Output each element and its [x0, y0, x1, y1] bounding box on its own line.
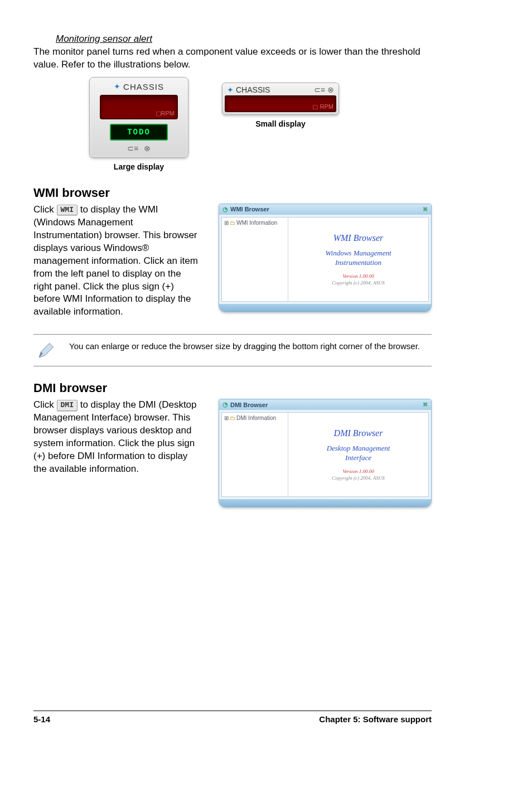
- content-title: DMI Browser: [334, 428, 383, 438]
- wmi-button[interactable]: WMI: [57, 205, 78, 216]
- dmi-window-title: DMI Browser: [230, 402, 268, 408]
- tree-root-label: WMI Information: [236, 220, 277, 226]
- version-text: Version 1.00.00: [342, 273, 374, 279]
- version-text: Version 1.00.00: [342, 468, 374, 474]
- pencil-note-icon: [33, 340, 58, 360]
- copyright-text: Copyright (c) 2004, ASUS: [332, 475, 384, 481]
- window-icon: ◔: [223, 206, 228, 213]
- small-caption: Small display: [255, 119, 305, 128]
- close-icon[interactable]: ✖: [423, 401, 428, 408]
- dmi-browser-window: ◔ DMI Browser ✖ ⊞ 🗀 DMI Information DMI …: [219, 399, 432, 508]
- chapter-label: Chapter 5: Software support: [319, 714, 432, 724]
- expand-icon[interactable]: ⊞: [224, 415, 229, 421]
- chassis-gauge-large: ✦ CHASSIS ▢RPM TODO ⊂≡ ⊗: [89, 77, 188, 158]
- content-sub-line1: Desktop Management: [327, 444, 390, 452]
- window-icon: ◔: [223, 401, 228, 408]
- expand-icon[interactable]: ⊞: [224, 220, 229, 226]
- large-caption: Large display: [114, 162, 164, 171]
- copyright-text: Copyright (c) 2004, ASUS: [332, 280, 384, 286]
- dmi-tree-panel[interactable]: ⊞ 🗀 DMI Information: [222, 413, 288, 496]
- rpm-unit-large: ▢RPM: [156, 110, 175, 117]
- folder-icon: 🗀: [230, 415, 235, 421]
- tree-root-label: DMI Information: [236, 415, 276, 421]
- subsection-heading: Monitoring sensor alert: [56, 33, 432, 45]
- wmi-content-panel: WMI Browser Windows Management Instrumen…: [288, 218, 428, 301]
- gauge-readout: TODO: [110, 124, 168, 141]
- dmi-content-panel: DMI Browser Desktop Management Interface…: [288, 413, 428, 496]
- page-number: 5-14: [33, 714, 50, 724]
- wmi-paragraph: Click WMI to display the WMI (Windows Ma…: [33, 204, 202, 318]
- link-icon: ⊂≡: [314, 85, 325, 94]
- fan-icon: ✦: [114, 82, 121, 91]
- wmi-tree-panel[interactable]: ⊞ 🗀 WMI Information: [222, 218, 288, 301]
- resize-handle[interactable]: [219, 304, 431, 312]
- content-title: WMI Browser: [333, 233, 384, 243]
- dmi-button[interactable]: DMI: [57, 400, 78, 411]
- gauge-small-label: CHASSIS: [236, 85, 270, 94]
- chassis-gauge-small: ✦ CHASSIS ⊂≡ ⊗ ▢ RPM: [222, 83, 339, 115]
- close-icon: ⊗: [144, 144, 151, 153]
- gauge-large-label: CHASSIS: [123, 82, 164, 91]
- link-icon: ⊂≡: [127, 144, 138, 153]
- close-icon[interactable]: ✖: [423, 206, 428, 213]
- wmi-heading: WMI browser: [33, 186, 432, 200]
- fan-icon: ✦: [227, 85, 234, 94]
- note-text: You can enlarge or reduce the browser si…: [69, 340, 420, 352]
- wmi-browser-window: ◔ WMI Browser ✖ ⊞ 🗀 WMI Information WMI …: [219, 204, 432, 312]
- dmi-paragraph: Click DMI to display the DMI (Desktop Ma…: [33, 399, 202, 476]
- rpm-unit-small: ▢ RPM: [312, 103, 333, 110]
- monitoring-body: The monitor panel turns red when a compo…: [33, 46, 432, 71]
- close-icon: ⊗: [327, 85, 334, 94]
- content-sub-line2: Instrumentation: [335, 258, 381, 267]
- resize-handle[interactable]: [219, 499, 431, 507]
- dmi-heading: DMI browser: [33, 381, 432, 395]
- content-sub-line2: Interface: [345, 453, 371, 462]
- wmi-window-title: WMI Browser: [230, 206, 269, 212]
- content-sub-line1: Windows Management: [325, 249, 391, 257]
- folder-icon: 🗀: [230, 220, 235, 226]
